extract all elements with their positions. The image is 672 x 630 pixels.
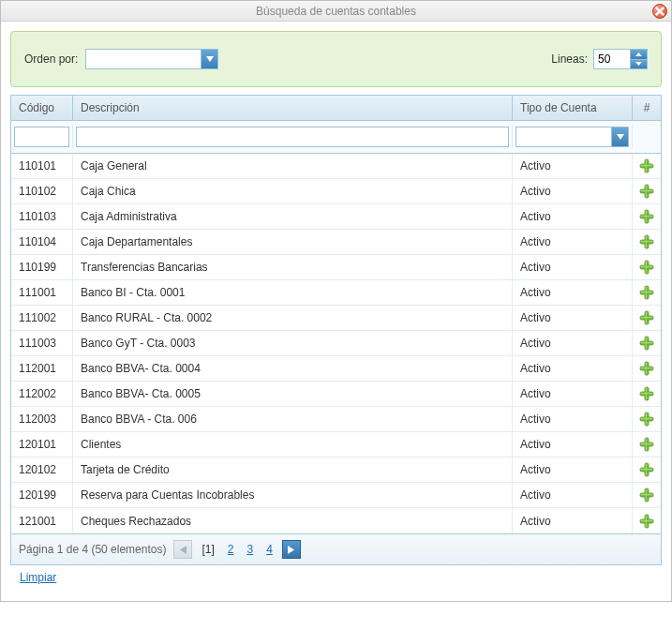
svg-rect-11 [641,216,652,217]
svg-rect-42 [646,413,647,425]
svg-rect-21 [640,291,653,294]
cell-codigo: 110102 [11,179,73,203]
add-icon[interactable] [639,184,654,199]
cell-tipo: Activo [513,356,633,381]
chevron-down-icon [635,62,642,66]
chevron-down-icon [206,56,214,62]
svg-rect-59 [641,519,652,520]
pager-page-3[interactable]: 3 [245,543,255,556]
cell-descripcion: Caja General [73,154,513,178]
add-icon[interactable] [639,437,654,452]
filter-left: Orden por: [24,49,218,69]
cell-action [633,483,661,507]
svg-rect-38 [646,388,647,399]
cell-tipo: Activo [513,407,633,431]
cell-tipo: Activo [513,432,633,457]
svg-rect-51 [641,469,652,470]
add-icon[interactable] [639,209,654,224]
orden-por-select[interactable] [85,49,218,69]
filter-input-codigo[interactable] [14,127,69,147]
add-icon[interactable] [639,158,654,173]
svg-rect-23 [641,292,652,292]
cell-tipo: Activo [513,280,633,305]
col-header-descripcion[interactable]: Descripción [73,96,513,120]
add-icon[interactable] [639,260,654,275]
pager-pages: [1]234 [200,543,274,556]
svg-rect-5 [640,189,653,193]
svg-rect-27 [641,317,652,318]
close-button[interactable] [652,4,667,19]
svg-rect-47 [641,443,652,444]
orden-por-input[interactable] [86,50,201,68]
svg-rect-58 [646,515,647,526]
add-icon[interactable] [639,310,654,325]
cell-tipo: Activo [513,179,633,203]
accounts-grid: Código Descripción Tipo de Cuenta # [10,95,662,565]
cell-codigo: 110104 [11,230,73,254]
add-icon[interactable] [639,285,654,300]
col-header-tipo[interactable]: Tipo de Cuenta [513,96,633,120]
cell-tipo: Activo [513,255,633,279]
add-icon[interactable] [639,336,654,351]
svg-rect-14 [646,236,647,248]
search-window: Búsqueda de cuentas contables Orden por:… [0,0,672,602]
add-icon[interactable] [639,412,654,427]
cell-tipo: Activo [513,204,633,229]
filter-cell-descripcion [73,125,513,149]
chevron-left-icon [180,546,187,554]
cell-action [633,255,661,279]
limpiar-link[interactable]: Limpiar [10,565,66,592]
pager-page-4[interactable]: 4 [264,543,275,556]
svg-rect-30 [646,338,647,349]
pager-page-2[interactable]: 2 [226,543,236,556]
cell-codigo: 111003 [11,331,73,355]
col-header-codigo[interactable]: Código [11,96,73,120]
lineas-spin[interactable] [593,49,648,69]
add-icon[interactable] [639,488,654,502]
table-row: 110103Caja AdministrativaActivo [11,204,661,230]
svg-rect-2 [646,160,647,172]
cell-codigo: 111002 [11,306,73,330]
svg-rect-19 [641,266,652,267]
pager-next-button[interactable] [282,540,301,559]
filter-input-descripcion[interactable] [76,127,509,147]
orden-por-dropdown-btn[interactable] [201,50,217,68]
table-row: 111003Banco GyT - Cta. 0003Activo [11,331,661,356]
add-icon[interactable] [639,234,654,249]
add-icon[interactable] [639,462,654,477]
filter-tipo-dropdown-btn[interactable] [611,128,628,146]
cell-action [633,356,661,381]
add-icon[interactable] [639,361,654,376]
grid-pager: Página 1 de 4 (50 elementos) [1]234 [11,533,661,564]
cell-action [633,179,661,203]
cell-action [633,204,661,229]
pager-prev-button[interactable] [173,540,192,559]
svg-rect-50 [646,464,647,475]
cell-codigo: 112002 [11,382,73,406]
cell-codigo: 120199 [11,483,73,507]
lineas-spin-up[interactable] [631,50,647,60]
table-row: 110101Caja GeneralActivo [11,154,661,179]
cell-codigo: 111001 [11,280,73,305]
cell-descripcion: Caja Administrativa [73,204,513,229]
pager-page-1[interactable]: [1] [200,543,216,556]
chevron-up-icon [635,52,642,56]
svg-rect-35 [641,368,652,368]
filter-tipo-select[interactable] [515,127,629,147]
add-icon[interactable] [639,514,654,529]
cell-codigo: 110101 [11,154,73,178]
cell-action [633,154,661,178]
lineas-spin-down[interactable] [631,60,647,69]
svg-rect-9 [640,215,653,218]
svg-rect-6 [646,186,647,197]
cell-tipo: Activo [513,154,633,178]
filter-tipo-input[interactable] [516,128,611,146]
lineas-label: Lineas: [551,52,588,66]
svg-rect-10 [646,211,647,222]
pager-summary: Página 1 de 4 (50 elementos) [19,543,166,556]
add-icon[interactable] [639,386,654,401]
lineas-input[interactable] [594,50,630,68]
cell-descripcion: Cheques Rechazados [73,508,513,533]
close-icon [653,5,666,18]
table-row: 120101ClientesActivo [11,432,661,458]
